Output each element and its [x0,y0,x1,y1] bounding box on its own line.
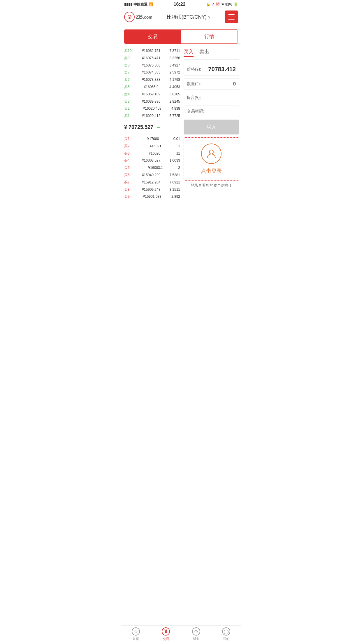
status-carrier: ▮▮▮▮ 中国联通 📶 [124,2,153,7]
buy-price: ¥15912.284 [142,180,160,185]
sell-label: 卖4 [124,92,133,97]
trade-panel: 买入 卖出 价格(¥): 70783.412 数量(₿): 0 折合(¥): 交… [184,47,239,200]
sell-price: ¥16075.471 [142,56,160,61]
wifi-icon: 📶 [149,2,153,6]
buy-price: ¥15940.299 [142,173,160,178]
sell-label: 卖2 [124,106,133,111]
sell-order-row[interactable]: 卖4 ¥16059.109 6.8205 [123,91,181,98]
menu-line-3 [228,19,235,20]
sell-amount: 4.1798 [169,77,180,82]
user-avatar-circle [201,144,222,164]
buy-amount: 11 [176,151,180,156]
login-box[interactable]: 点击登录 [184,137,239,181]
price-field[interactable]: 价格(¥): 70783.412 [184,63,239,76]
sell-amount: 4.4053 [169,85,180,90]
sell-price: ¥16073.888 [142,77,160,82]
price-label: 价格(¥): [187,67,201,72]
buy-amount: 7.6921 [169,180,180,185]
menu-button[interactable] [225,10,238,23]
logo: ② ZB.com [124,12,152,22]
header: ② ZB.com 比特币(BTC/CNY) ∨ [121,8,241,26]
logo-icon: ② [124,12,135,22]
sell-order-row[interactable]: 卖7 ¥16074.383 2.5972 [123,69,181,76]
status-time: 16:22 [174,2,186,7]
sell-order-row[interactable]: 卖8 ¥16075.303 3.4927 [123,62,181,69]
logo-text: ZB.com [136,14,152,20]
sell-order-row[interactable]: 卖6 ¥16073.888 4.1798 [123,76,181,83]
buy-label: 买8 [124,187,133,192]
main-content: 卖10 ¥16082.751 7.3711 卖9 ¥16075.471 3.32… [121,47,241,200]
battery-label: 81% [225,2,232,6]
sell-price: ¥16020.412 [142,113,160,118]
buy-amount: 1 [178,144,180,149]
buy-label: 买7 [124,180,133,185]
asset-info-label: 登录查看您的资产信息！ [184,181,239,190]
buy-order-row[interactable]: 买5 ¥16003.1 2 [123,164,181,172]
login-label[interactable]: 点击登录 [201,167,222,174]
buy-order-row[interactable]: 买1 ¥17000 0.01 [123,135,181,143]
sell-amount: 2.8245 [169,99,180,104]
header-title[interactable]: 比特币(BTC/CNY) ∨ [167,14,211,20]
tab-trade[interactable]: 交易 [124,30,181,43]
buy-label: 买6 [124,173,133,178]
buy-amount: 2 [178,165,180,170]
buy-order-row[interactable]: 买2 ¥16021 1 [123,143,181,150]
main-tab-bar: 交易 行情 [124,29,238,44]
total-field: 折合(¥): [184,92,239,103]
tab-market[interactable]: 行情 [181,30,238,43]
buy-order-row[interactable]: 买4 ¥16003.527 1.6033 [123,157,181,164]
current-price-value: ¥ 70725.527 [124,124,153,130]
lock-icon: 🔒 [206,2,210,6]
buy-price: ¥15909.248 [142,187,160,192]
pair-label: 比特币(BTC/CNY) [167,14,207,20]
sell-order-row[interactable]: 卖5 ¥16065.9 4.4053 [123,83,181,91]
buy-price: ¥16003.527 [142,158,160,163]
buy-label: 买4 [124,158,133,163]
sell-order-row[interactable]: 卖3 ¥16039.836 2.8245 [123,98,181,105]
sell-label: 卖1 [124,113,133,118]
buy-order-row[interactable]: 买7 ¥15912.284 7.6921 [123,179,181,186]
tab-sell[interactable]: 卖出 [199,48,209,57]
sell-order-row[interactable]: 卖2 ¥16020.458 4.838 [123,105,181,112]
buy-label: 买5 [124,165,133,170]
buy-order-row[interactable]: 买9 ¥15901.083 2.892 [123,193,181,200]
tab-buy[interactable]: 买入 [184,48,194,57]
sell-orders: 卖10 ¥16082.751 7.3711 卖9 ¥16075.471 3.32… [123,47,181,120]
quantity-label: 数量(₿): [187,81,201,87]
buy-amount: 3.1511 [169,187,180,192]
buy-order-row[interactable]: 买3 ¥16020 11 [123,150,181,157]
buy-price: ¥16003.1 [148,165,163,170]
sell-amount: 5.7725 [169,113,180,118]
bluetooth-icon: ✶ [221,2,224,6]
buy-amount: 7.5381 [169,173,180,178]
carrier-label: 中国联通 [133,2,147,7]
status-right: 🔒 ↗ ⏰ ✶ 81% 🔋 [206,2,238,6]
current-price-row: ¥ 70725.527 － [123,121,181,134]
buy-order-row[interactable]: 买6 ¥15940.299 7.5381 [123,172,181,179]
sell-amount: 4.838 [171,106,180,111]
signal-icon: ▮▮▮▮ [124,2,132,6]
sell-order-row[interactable]: 卖1 ¥16020.412 5.7725 [123,112,181,120]
buy-price: ¥16020 [149,151,160,156]
sell-order-row[interactable]: 卖10 ¥16082.751 7.3711 [123,47,181,55]
buy-price: ¥16021 [150,144,161,149]
sell-label: 卖7 [124,70,133,75]
price-input[interactable]: 70783.412 [208,66,236,73]
sell-price: ¥16074.383 [142,70,160,75]
buy-amount: 1.6033 [169,158,180,163]
sell-price: ¥16082.751 [142,48,160,53]
buy-button[interactable]: 买入 [184,120,239,134]
alarm-icon: ⏰ [216,2,220,6]
buy-amount: 0.01 [173,136,180,141]
password-field[interactable]: 交易密码: [184,106,239,117]
buy-price: ¥15901.083 [143,194,161,199]
quantity-input[interactable]: 0 [233,81,236,87]
quantity-field[interactable]: 数量(₿): 0 [184,78,239,90]
buy-order-row[interactable]: 买8 ¥15909.248 3.1511 [123,186,181,193]
sell-price: ¥16075.303 [142,63,160,68]
buy-sell-tabs: 买入 卖出 [184,47,239,60]
menu-line-2 [228,17,235,18]
sell-order-row[interactable]: 卖9 ¥16075.471 3.3256 [123,55,181,62]
status-bar: ▮▮▮▮ 中国联通 📶 16:22 🔒 ↗ ⏰ ✶ 81% 🔋 [121,0,241,8]
sell-amount: 6.8205 [169,92,180,97]
